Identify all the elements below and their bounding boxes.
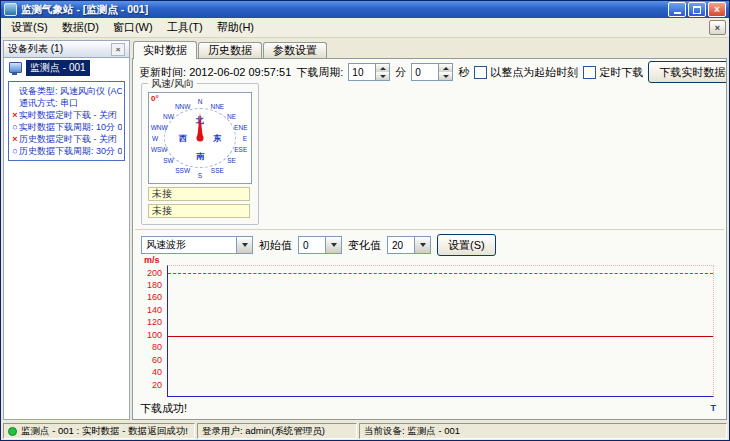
download-realtime-button[interactable]: 下载实时数据(D) — [648, 61, 727, 83]
body: 设备列表 (1) 监测点 - 001 设备类型: 风速风向仪 (ACY8-1) … — [1, 38, 729, 422]
off-cross-icon: × — [11, 133, 19, 145]
y-tick-label: 40 — [152, 367, 162, 377]
wind-compass: 0° N NNE NE ENE E ESE SE SSE S SSW — [148, 92, 252, 184]
chart-x-axis-label: T — [711, 403, 717, 413]
sidebar-header: 设备列表 (1) — [3, 40, 130, 58]
y-tick-label: 200 — [147, 268, 162, 278]
menu-data[interactable]: 数据(D) — [55, 18, 106, 37]
compass-dir-label: W — [152, 135, 158, 142]
spin-up-icon[interactable] — [439, 64, 452, 72]
menu-help[interactable]: 帮助(H) — [210, 18, 261, 37]
compass-dir-label: NE — [227, 113, 236, 120]
change-value-label: 变化值 — [348, 238, 381, 253]
device-info-line: ○历史数据下载周期: 30分 0秒 — [11, 145, 122, 157]
compass-dir-label: SSW — [175, 167, 190, 174]
wind-group: 风速/风向 0° N NNE NE ENE E ESE SE SSE — [141, 83, 259, 225]
timed-download-label: 定时下载 — [599, 65, 643, 80]
compass-dir-label: ESE — [234, 145, 247, 152]
device-sidebar: 设备列表 (1) 监测点 - 001 设备类型: 风速风向仪 (ACY8-1) … — [3, 40, 130, 420]
compass-dir-label: NW — [163, 113, 174, 120]
minutes-stepper[interactable]: 10 — [348, 63, 390, 81]
device-tree-item[interactable]: 监测点 - 001 — [5, 60, 128, 76]
spin-down-icon[interactable] — [376, 72, 389, 80]
compass-east-label: 东 — [213, 133, 221, 144]
tab-parameter-settings[interactable]: 参数设置 — [263, 42, 327, 58]
app-window: 监测气象站 - [监测点 - 001] 设置(S) 数据(D) 窗口(W) 工具… — [0, 0, 730, 441]
info-text: 设备类型: 风速风向仪 (ACY8-1) — [19, 86, 122, 96]
wind-angle-value: 0° — [151, 94, 159, 103]
wave-type-select[interactable]: 风速波形 — [141, 236, 253, 254]
align-start-checkbox[interactable]: 以整点为起始时刻 — [474, 65, 578, 80]
realtime-panel: 更新时间: 2012-06-02 09:57:51 下载周期: 10 分 0 秒 — [132, 58, 727, 420]
maximize-button[interactable] — [688, 2, 706, 17]
device-info-line: ○实时数据下载周期: 10分 0秒 — [11, 121, 122, 133]
device-icon — [9, 62, 22, 73]
minutes-unit-label: 分 — [395, 65, 406, 80]
menu-tools[interactable]: 工具(T) — [160, 18, 210, 37]
set-button[interactable]: 设置(S) — [437, 234, 496, 256]
chart-y-tick-labels: 200 180 160 140 120 100 80 60 40 20 — [141, 255, 165, 413]
timed-download-checkbox[interactable]: 定时下载 — [583, 65, 643, 80]
status-ok-icon — [8, 427, 17, 436]
update-time-label: 更新时间: — [139, 66, 186, 78]
device-info-line: ×历史数据定时下载 - 关闭 — [11, 133, 122, 145]
spin-down-icon[interactable] — [439, 72, 452, 80]
compass-dir-label: SE — [227, 156, 236, 163]
initial-value-select[interactable]: 0 — [298, 236, 342, 254]
close-button[interactable] — [708, 2, 726, 17]
period-circle-icon: ○ — [11, 121, 19, 133]
status-bar: 监测点 - 001 : 实时数据 - 数据返回成功! 登录用户: admin(系… — [1, 422, 729, 440]
align-start-label: 以整点为起始时刻 — [490, 65, 578, 80]
spin-up-icon[interactable] — [376, 64, 389, 72]
change-value-select[interactable]: 20 — [387, 236, 431, 254]
compass-dir-label: SW — [163, 156, 173, 163]
compass-south-label: 南 — [196, 151, 204, 162]
period-circle-icon: ○ — [11, 145, 19, 157]
info-text: 历史数据下载周期: 30分 0秒 — [19, 146, 122, 156]
wind-speed-value: 未接 — [148, 187, 250, 201]
seconds-unit-label: 秒 — [458, 65, 469, 80]
minimize-button[interactable] — [668, 2, 686, 17]
window-title: 监测气象站 - [监测点 - 001] — [21, 3, 666, 17]
compass-dir-label: S — [198, 171, 202, 178]
menu-window[interactable]: 窗口(W) — [106, 18, 160, 37]
tab-realtime-data[interactable]: 实时数据 — [133, 41, 197, 59]
y-tick-label: 60 — [152, 355, 162, 365]
menu-settings[interactable]: 设置(S) — [4, 18, 55, 37]
status-message-cell: 监测点 - 001 : 实时数据 - 数据返回成功! — [3, 423, 195, 439]
chevron-down-icon[interactable] — [236, 237, 252, 253]
sidebar-close-icon[interactable] — [111, 43, 125, 56]
compass-dir-label: SSE — [211, 167, 224, 174]
reference-line-200 — [168, 273, 713, 274]
main-area: 实时数据 历史数据 参数设置 更新时间: 2012-06-02 09:57:51… — [132, 40, 727, 420]
compass-dir-label: NNW — [175, 102, 191, 109]
y-tick-label: 20 — [152, 380, 162, 390]
info-text: 实时数据下载周期: 10分 0秒 — [19, 122, 122, 132]
compass-dir-label: N — [198, 98, 203, 105]
wind-speed-chart: m/s 200 180 160 140 120 100 80 60 40 20 — [141, 255, 718, 413]
compass-dir-label: WSW — [151, 145, 168, 152]
device-name: 监测点 - 001 — [26, 60, 90, 76]
chevron-down-icon[interactable] — [325, 237, 341, 253]
checkbox-icon — [583, 66, 596, 79]
chart-plot-area — [167, 265, 714, 397]
compass-west-label: 西 — [179, 133, 187, 144]
tab-history-data[interactable]: 历史数据 — [198, 42, 262, 58]
download-status-text: 下载成功! — [140, 401, 187, 416]
update-time-value: 2012-06-02 09:57:51 — [189, 66, 291, 78]
compass-dir-label: ENE — [234, 124, 247, 131]
realtime-toolbar: 更新时间: 2012-06-02 09:57:51 下载周期: 10 分 0 秒 — [139, 62, 720, 82]
child-close-icon[interactable] — [709, 20, 726, 35]
section-divider — [135, 229, 724, 230]
checkbox-icon — [474, 66, 487, 79]
wind-group-label: 风速/风向 — [148, 77, 197, 91]
login-user-cell: 登录用户: admin(系统管理员) — [197, 423, 357, 439]
seconds-stepper[interactable]: 0 — [411, 63, 453, 81]
tab-bar: 实时数据 历史数据 参数设置 — [132, 40, 727, 58]
initial-value-label: 初始值 — [259, 238, 292, 253]
current-device-cell: 当前设备: 监测点 - 001 — [359, 423, 727, 439]
y-tick-label: 180 — [147, 280, 162, 290]
info-text: 历史数据定时下载 - 关闭 — [19, 134, 117, 144]
chevron-down-icon[interactable] — [414, 237, 430, 253]
device-info-line: ×实时数据定时下载 - 关闭 — [11, 109, 122, 121]
